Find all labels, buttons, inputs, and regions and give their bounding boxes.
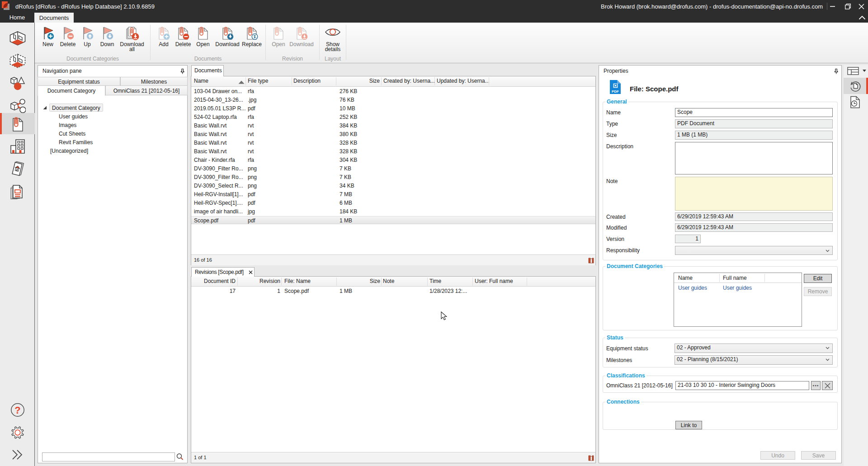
svg-text:PDF: PDF [612,89,619,94]
svg-text:?: ? [14,405,20,416]
